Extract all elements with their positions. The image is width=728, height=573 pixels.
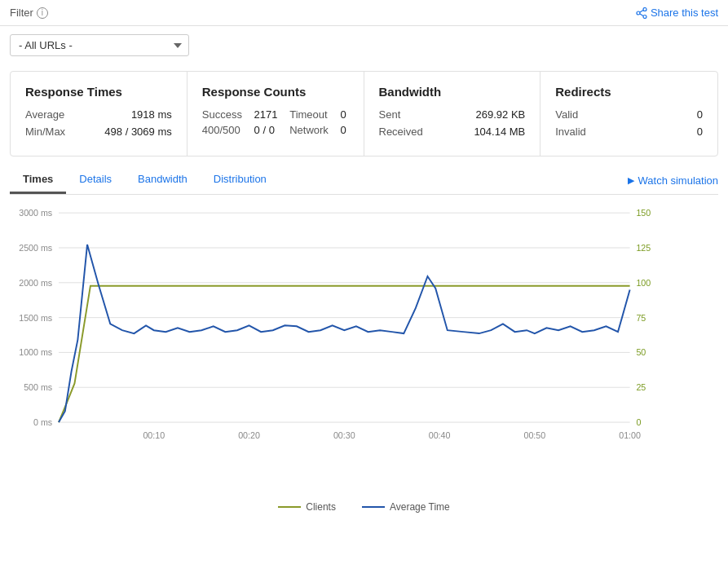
svg-text:500 ms: 500 ms [24,382,52,392]
timeout-label: Timeout [289,108,330,121]
legend-avg-time: Average Time [362,501,450,513]
svg-text:00:40: 00:40 [429,431,451,441]
response-counts-card: Response Counts Success 2171 Timeout 0 4… [188,72,364,156]
svg-text:75: 75 [636,313,646,323]
tabs: Times Details Bandwidth Distribution [10,166,280,194]
avg-time-line [59,245,630,422]
svg-point-0 [643,7,646,11]
svg-line-4 [640,14,643,16]
clients-legend-line [278,506,301,508]
svg-line-3 [640,10,643,12]
redirects-card: Redirects Valid 0 Invalid 0 [540,72,717,156]
minmax-value: 498 / 3069 ms [104,126,171,138]
redirects-title: Redirects [555,85,703,99]
chart-area: 3000 ms 2500 ms 2000 ms 1500 ms 1000 ms … [10,201,718,522]
metrics-grid: Response Times Average 1918 ms Min/Max 4… [10,71,718,156]
svg-text:150: 150 [636,208,651,218]
average-label: Average [25,108,64,121]
response-times-title: Response Times [25,85,172,99]
filter-row: - All URLs - [0,26,728,64]
share-icon [636,7,647,19]
clients-legend-label: Clients [306,501,336,513]
average-row: Average 1918 ms [25,108,172,121]
valid-value: 0 [697,108,703,121]
bandwidth-title: Bandwidth [379,85,526,99]
average-value: 1918 ms [131,108,172,121]
avg-time-legend-label: Average Time [390,501,450,513]
filter-info-icon[interactable]: i [37,7,48,19]
timeout-value: 0 [341,108,349,121]
url-select[interactable]: - All URLs - [10,34,189,56]
svg-text:00:50: 00:50 [523,431,545,441]
bandwidth-card: Bandwidth Sent 269.92 KB Received 104.14… [364,72,541,156]
svg-text:00:30: 00:30 [333,431,355,441]
svg-text:125: 125 [636,243,651,253]
watch-simulation-link[interactable]: ▶ Watch simulation [628,174,719,187]
tab-details[interactable]: Details [66,166,125,194]
received-label: Received [379,126,423,138]
svg-point-2 [643,15,646,18]
network-value: 0 [341,124,349,136]
received-row: Received 104.14 MB [379,126,526,138]
invalid-value: 0 [697,126,703,138]
chart-legend: Clients Average Time [10,501,718,522]
svg-text:25: 25 [636,382,646,392]
tabs-row: Times Details Bandwidth Distribution ▶ W… [10,166,718,195]
success-label: Success [202,108,245,121]
svg-text:100: 100 [636,278,651,288]
tab-times[interactable]: Times [10,166,66,194]
fourhundred-value: 0 / 0 [254,124,280,136]
share-link[interactable]: Share this test [636,7,718,19]
minmax-label: Min/Max [25,126,65,138]
response-times-card: Response Times Average 1918 ms Min/Max 4… [11,72,188,156]
valid-label: Valid [555,108,578,121]
avg-time-legend-line [362,506,385,508]
minmax-row: Min/Max 498 / 3069 ms [25,126,172,138]
sent-value: 269.92 KB [476,108,526,121]
tab-distribution[interactable]: Distribution [201,166,280,194]
filter-area: Filter i [10,7,48,19]
play-icon: ▶ [628,175,634,186]
fourhundred-label: 400/500 [202,124,245,136]
legend-clients: Clients [278,501,336,513]
svg-text:00:10: 00:10 [143,431,165,441]
svg-text:0 ms: 0 ms [33,417,52,427]
svg-text:2000 ms: 2000 ms [19,278,52,288]
invalid-row: Invalid 0 [555,126,703,138]
svg-text:1500 ms: 1500 ms [19,313,52,323]
valid-row: Valid 0 [555,108,703,121]
filter-label: Filter i [10,7,48,19]
svg-text:01:00: 01:00 [619,431,641,441]
response-counts-title: Response Counts [202,85,349,99]
svg-text:00:20: 00:20 [238,431,260,441]
main-chart: 3000 ms 2500 ms 2000 ms 1500 ms 1000 ms … [59,209,677,462]
success-value: 2171 [254,108,280,121]
clients-line [59,286,630,422]
network-label: Network [289,124,330,136]
filter-text: Filter [10,7,33,19]
svg-text:1000 ms: 1000 ms [19,347,52,357]
top-bar: Filter i Share this test [0,0,728,26]
chart-container: 3000 ms 2500 ms 2000 ms 1500 ms 1000 ms … [10,201,718,495]
svg-point-1 [637,11,640,15]
invalid-label: Invalid [555,126,586,138]
share-text: Share this test [651,7,718,19]
sent-label: Sent [379,108,401,121]
tab-bandwidth[interactable]: Bandwidth [125,166,201,194]
svg-text:3000 ms: 3000 ms [19,208,52,218]
svg-text:50: 50 [636,347,646,357]
svg-text:0: 0 [636,417,641,427]
received-value: 104.14 MB [474,126,525,138]
svg-text:2500 ms: 2500 ms [19,243,52,253]
watch-sim-text: Watch simulation [638,174,719,187]
sent-row: Sent 269.92 KB [379,108,526,121]
